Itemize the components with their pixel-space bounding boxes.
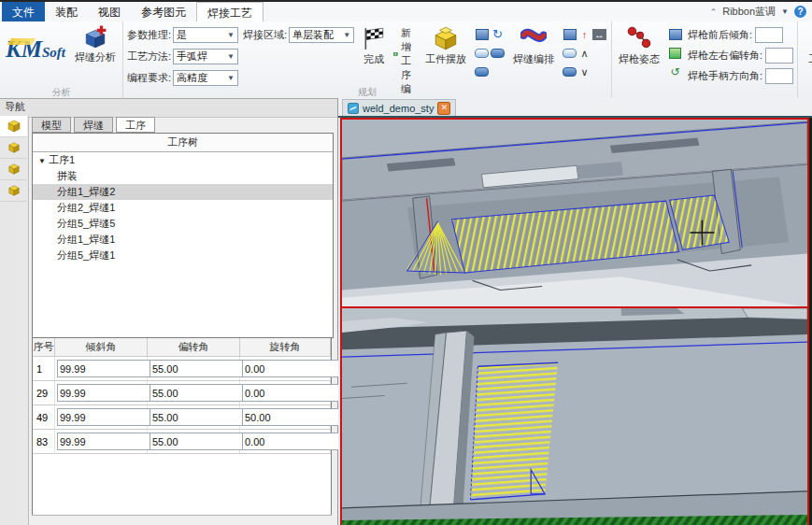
chevron-down-icon: ▼ [227, 74, 235, 82]
add-icon [393, 49, 398, 60]
col-header-no: 序号 [33, 338, 55, 356]
tool-chip-icon[interactable] [476, 29, 489, 40]
table-row: 1 ▲▼ ▲▼ ▲▼ [33, 357, 331, 381]
table-row: 83 ▲▼ ▲▼ ▲▼ [33, 430, 331, 454]
part-place-button[interactable]: 工件摆放 [422, 23, 469, 66]
part-icon [7, 141, 21, 154]
document-icon [348, 103, 359, 114]
torch-yaw-label: 焊枪左右偏转角: [688, 49, 762, 63]
document-tab-bar: weld_demo_sty ✕ [338, 98, 812, 118]
part-place-icon [433, 25, 459, 51]
tool-chip-icon[interactable] [563, 29, 577, 40]
help-icon[interactable]: ? [794, 6, 806, 18]
simulate-label: 工艺仿真 [808, 52, 812, 66]
tab-process[interactable]: 工序 [116, 117, 155, 133]
weld-arrange-button[interactable]: 焊缝编排 [510, 23, 557, 66]
process-simulate-button[interactable]: 工艺仿真 [805, 23, 812, 66]
tree-item-group5-seam5[interactable]: 分组5_焊缝5 [33, 216, 333, 232]
capsule-blue-icon[interactable] [491, 49, 505, 58]
capsule-light-icon[interactable] [563, 49, 577, 58]
add-process-button[interactable]: 新增工序 [393, 26, 418, 82]
weld-region-select[interactable]: 单层装配 ▼ [289, 27, 354, 43]
document-tab[interactable]: weld_demo_sty ✕ [342, 99, 456, 116]
kmsoft-logo: KMSoft [4, 23, 67, 63]
close-icon[interactable]: ✕ [437, 102, 450, 115]
menu-tab-assembly[interactable]: 装配 [45, 2, 88, 21]
angle-down-icon[interactable]: ∨ [581, 66, 589, 78]
table-header-row: 序号 倾斜角 偏转角 旋转角 [33, 338, 331, 357]
weld-analysis-label: 焊缝分析 [75, 50, 116, 64]
col-header-rotate: 旋转角 [240, 338, 331, 356]
table-row: 49 ▲▼ ▲▼ ▲▼ [33, 405, 331, 430]
cube-plus-icon [83, 25, 107, 50]
nav-strip-part-button[interactable] [0, 159, 27, 180]
tree-item-assembly[interactable]: 拼装 [33, 168, 333, 184]
capsule-blue-icon[interactable] [475, 67, 489, 77]
group-label-planning: 规划 [127, 86, 607, 98]
tree-expand-icon[interactable]: ▼ [38, 157, 46, 165]
param-inference-select[interactable]: 是 ▼ [173, 27, 238, 43]
table-row: 29 ▲▼ ▲▼ ▲▼ [33, 381, 331, 405]
torch-pose-button[interactable]: 焊枪姿态 [616, 23, 662, 66]
ribbon: KMSoft 焊缝分析 分析 参数推理: 是 ▼ [0, 21, 812, 99]
capsule-light-icon[interactable] [475, 49, 489, 58]
spiral-icon[interactable]: ↺ [671, 66, 680, 78]
tree-root-label: 工序1 [49, 154, 75, 165]
refresh-icon[interactable]: ↻ [492, 29, 503, 40]
param-inference-value: 是 [177, 28, 187, 42]
tree-item-group2-seam1[interactable]: 分组2_焊缝1 [33, 200, 333, 216]
row-no: 83 [33, 430, 55, 453]
angle-table: 序号 倾斜角 偏转角 旋转角 1 ▲▼ ▲▼ ▲▼ 29 ▲▼ ▲▼ ▲▼ 49… [32, 337, 332, 516]
green-chip-icon[interactable] [669, 48, 681, 59]
collapse-ribbon-icon[interactable]: ⌃ [710, 7, 718, 17]
angle-up-icon[interactable]: ∧ [581, 48, 589, 59]
viewport-top-3d[interactable] [340, 118, 809, 309]
finish-button[interactable]: 完成 [359, 23, 389, 66]
menu-tab-welding-process[interactable]: 焊接工艺 [196, 2, 264, 21]
part-icon [7, 163, 21, 176]
nav-strip-part-button[interactable] [0, 180, 27, 202]
tree-node-process1[interactable]: ▼工序1 [33, 152, 333, 168]
part-icon [7, 184, 21, 197]
tree-item-group5-seam1[interactable]: 分组5_焊缝1 [33, 248, 333, 263]
arrow-up-icon[interactable]: ↑ [582, 29, 588, 40]
menu-tab-file[interactable]: 文件 [2, 2, 45, 21]
finish-label: 完成 [363, 52, 384, 66]
group-label-simulation: 仿真 [802, 86, 812, 98]
nav-strip-part-button[interactable] [0, 137, 27, 159]
torch-yaw-input[interactable] [765, 48, 793, 64]
group-label-analysis: 分析 [4, 86, 119, 98]
menu-tab-view[interactable]: 视图 [88, 2, 131, 21]
ribbon-group-analysis: KMSoft 焊缝分析 分析 [0, 21, 123, 98]
chevron-down-icon[interactable]: ▼ [781, 7, 789, 16]
document-tab-title: weld_demo_sty [363, 103, 434, 114]
navigation-panel: 导航 模型 焊缝 工序 工序树 ▼工序1 拼装 [0, 98, 338, 525]
ribbon-theme-selector[interactable]: Ribbon蓝调 [722, 5, 776, 19]
viewport-area: weld_demo_sty ✕ [338, 98, 812, 525]
program-requirement-select[interactable]: 高精度 ▼ [173, 70, 238, 86]
weld-analysis-button[interactable]: 焊缝分析 [72, 23, 119, 64]
logo-swoosh [7, 38, 36, 45]
arrow-horizontal-icon[interactable]: ↔ [592, 29, 606, 40]
torch-pitch-label: 焊枪前后倾角: [688, 28, 752, 42]
tab-weld-seam[interactable]: 焊缝 [74, 117, 113, 133]
col-header-tilt: 倾斜角 [55, 338, 148, 356]
weld-region-value: 单层装配 [292, 28, 334, 42]
torch-pitch-input[interactable] [755, 27, 783, 43]
nav-tabs: 模型 焊缝 工序 [32, 117, 155, 133]
menubar-right-controls: ⌃ Ribbon蓝调 ▼ ? [710, 2, 812, 21]
col-header-deflect: 偏转角 [148, 338, 240, 356]
tree-item-group1-seam1[interactable]: 分组1_焊缝1 [33, 232, 333, 248]
capsule-blue-icon[interactable] [563, 67, 577, 77]
tree-item-group1-seam2[interactable]: 分组1_焊缝2 [33, 184, 333, 200]
tool-chip-icon[interactable] [669, 29, 682, 40]
tab-model[interactable]: 模型 [32, 117, 71, 133]
process-method-select[interactable]: 手弧焊 ▼ [173, 49, 238, 64]
viewport-bottom-3d[interactable] [340, 306, 809, 525]
torch-handle-input[interactable] [765, 68, 793, 84]
param-inference-label: 参数推理: [127, 28, 171, 42]
panel-divider [32, 515, 332, 516]
row-no: 49 [33, 405, 55, 429]
menu-tab-reference[interactable]: 参考图元 [131, 2, 196, 21]
nav-strip-part-button[interactable] [0, 116, 27, 137]
